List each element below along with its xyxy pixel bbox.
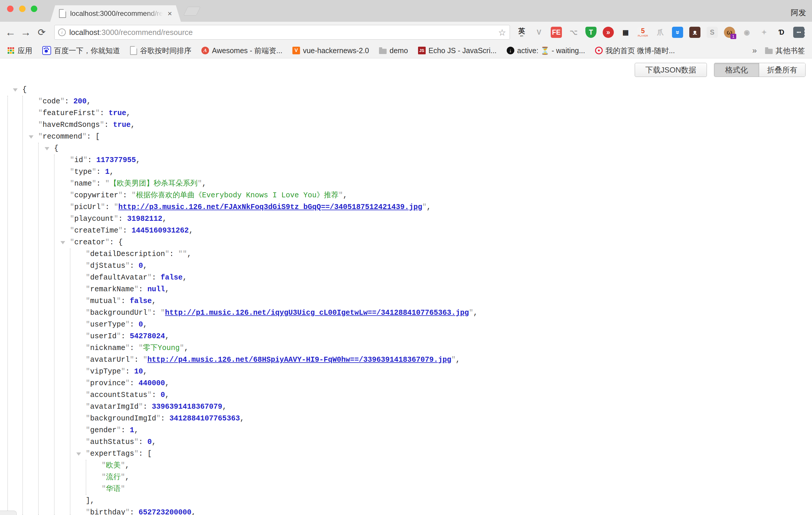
double-chevron-down-icon[interactable]: » [672,27,683,38]
collapse-all-button[interactable]: 折叠所有 [759,63,805,77]
html5-player-icon[interactable]: 5PLAYER [637,27,648,38]
bookmarks-bar: 应用百度一下，你就知道谷歌按时间排序AAwesomes - 前端资...Vvue… [0,43,812,58]
maximize-window-icon[interactable] [31,6,37,12]
browser-tab[interactable]: localhost:3000/recommend/re × [50,5,181,22]
d-icon-glyph: Ɗ [779,29,784,36]
json-url-link[interactable]: http://p1.music.126.net/iqygU3Uicg_cL00I… [165,309,469,317]
shield-t-icon[interactable]: T [585,27,597,38]
other-bookmarks-label: 其他书签 [776,46,805,56]
json-number-value: 0 [139,320,143,329]
qr-code-icon[interactable]: ▦ [620,27,631,38]
json-line: "detailDescription": "", [0,249,812,260]
url-text[interactable]: localhost:3000/recommend/resource [69,28,193,37]
json-url-link[interactable]: http://p3.music.126.net/FJAxNkFoq3dGiS9t… [118,203,422,211]
translate-icon[interactable]: 英en [516,27,527,38]
collapse-toggle-icon[interactable] [13,88,18,92]
bookmark-item[interactable]: 百度一下，你就知道 [42,46,120,56]
bookmarks-overflow-icon[interactable]: » [752,46,757,55]
json-key: haveRcmdSongs [42,121,100,129]
json-string-value: 流行 [106,473,121,482]
download-json-button[interactable]: 下载JSON数据 [635,63,707,77]
json-number-value: 0 [147,438,152,446]
json-close-bracket: ] [86,496,90,505]
format-button[interactable]: 格式化 [714,63,759,77]
collapse-toggle-icon[interactable] [45,147,49,150]
other-bookmarks[interactable]: 其他书签 [765,46,805,56]
bookmark-item[interactable]: ↓active: ⏳ - waiting... [507,47,585,55]
json-line: "picUrl": "http://p3.music.126.net/FJAxN… [0,201,812,213]
collapse-toggle-icon[interactable] [76,453,81,456]
json-key: creator [74,238,105,247]
bookmark-item[interactable]: demo [379,47,408,55]
bookmark-item[interactable]: 谷歌按时间排序 [130,46,192,56]
json-key: defaultAvatar [90,274,147,282]
collapse-toggle-icon[interactable] [29,135,33,139]
json-number-value: 10 [134,367,143,376]
indent-guide [70,249,70,515]
close-window-icon[interactable] [7,6,13,12]
weibo-gray-icon[interactable]: ◉ [741,27,752,38]
sitemap-icon-glyph: ⌥ [570,29,578,36]
json-key: accountStatus [90,391,147,399]
forward-button[interactable]: → [19,22,32,43]
fe-icon[interactable]: FE [551,27,562,38]
json-key: code [42,97,60,106]
bird-icon[interactable]: ✦ [759,27,770,38]
bookmark-item[interactable]: AAwesomes - 前端资... [201,46,282,56]
mask-icon[interactable]: ᴥ [689,27,700,38]
back-button[interactable]: ← [4,22,17,43]
collapse-toggle-icon[interactable] [60,241,65,244]
json-key: avatarUrl [90,355,130,364]
json-line: "userId": 54278024, [0,331,812,342]
site-info-icon[interactable]: i [58,28,66,36]
browser-menu-icon[interactable]: ⋮ [799,22,810,43]
json-line: "avatarUrl": "http://p4.music.126.net/68… [0,354,812,366]
json-key: djStatus [90,262,125,270]
json-line: "华语" [0,483,812,495]
json-number-value: true [109,109,126,117]
json-number-value: null [147,285,165,294]
json-key: picUrl [74,203,101,211]
folder-icon [765,49,773,54]
json-key: id [74,156,83,165]
vue-devtools-icon[interactable]: V [533,27,545,38]
new-tab-button[interactable] [183,7,201,16]
indent-guide [86,460,86,495]
json-url-link[interactable]: http://p4.music.126.net/68HSpiyAAVY-HI9-… [147,355,451,364]
bookmark-item[interactable]: JSEcho JS - JavaScri... [418,47,497,55]
json-string-value: 零下Young [143,344,180,352]
json-key: vipType [90,367,121,376]
json-key: type [74,168,92,176]
json-key: authStatus [90,438,134,446]
indent-guide [7,96,8,515]
json-line: "欧美", [0,460,812,471]
d-icon[interactable]: Ɗ [776,27,787,38]
url-path: :3000/recommend/resource [99,28,193,37]
profile-name[interactable]: 阿发 [791,8,806,18]
sitemap-icon[interactable]: ⌥ [568,27,579,38]
bookmark-star-icon[interactable]: ☆ [498,27,506,37]
paw-icon[interactable]: 爪 [655,27,666,38]
address-bar[interactable]: i localhost:3000/recommend/resource ☆ [54,25,510,40]
translate-icon-glyph: 英 [518,28,525,34]
json-line: "copywriter": "根据你喜欢的单曲《Everybody Knows … [0,190,812,201]
json-panel: {"code": 200,"featureFirst": true,"haveR… [0,59,812,515]
json-open-bracket: [ [95,133,100,141]
bookmark-item[interactable]: Vvue-hackernews-2.0 [292,47,369,55]
json-line: "gender": 1, [0,425,812,436]
tab-close-icon[interactable]: × [168,10,172,17]
bookmark-item[interactable]: 我的首页 微博-随时... [595,46,675,56]
page-icon [130,46,137,55]
minimize-window-icon[interactable] [19,6,26,12]
reload-button[interactable]: ⟳ [35,22,48,43]
page-content: {"code": 200,"featureFirst": true,"haveR… [0,59,812,515]
indent-guide [54,154,55,515]
s-icon[interactable]: S [706,27,718,38]
bookmark-item[interactable]: 应用 [7,46,32,56]
fast-forward-icon[interactable]: » [603,27,614,38]
json-key: copywriter [74,191,118,200]
monkey-icon[interactable]: ω1 [724,27,735,38]
json-key: avatarImgId [90,403,139,411]
json-key: backgroundUrl [90,309,147,317]
json-key: playcount [74,214,114,223]
